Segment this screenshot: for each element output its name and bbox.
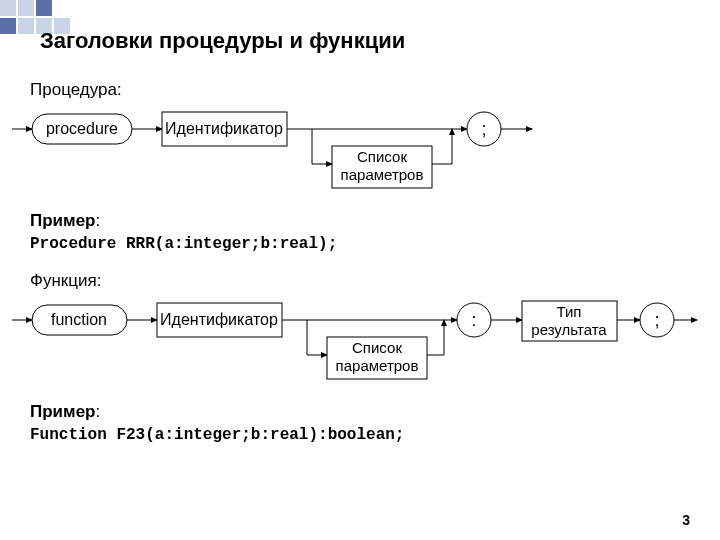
text-params-l1: Список <box>357 148 407 165</box>
function-label: Функция: <box>30 271 690 291</box>
text-semicolon-f: ; <box>654 310 659 330</box>
text-procedure-keyword: procedure <box>46 120 118 137</box>
text-identifier: Идентификатор <box>165 120 283 137</box>
text-colon: : <box>471 310 476 330</box>
text-params-f-l2: параметров <box>336 357 419 374</box>
text-params-l2: параметров <box>341 166 424 183</box>
function-diagram: function Идентификатор Список параметров… <box>12 295 690 394</box>
slide-content: Процедура: procedure Идентификатор <box>30 74 690 458</box>
text-semicolon: ; <box>481 119 486 139</box>
text-params-f-l1: Список <box>352 339 402 356</box>
text-function-keyword: function <box>51 311 107 328</box>
text-result-l2: результата <box>531 321 607 338</box>
procedure-example-label: Пример: <box>30 211 690 231</box>
procedure-example-code: Procedure RRR(a:integer;b:real); <box>30 235 690 253</box>
page-title: Заголовки процедуры и функции <box>40 28 405 54</box>
procedure-diagram: procedure Идентификатор Список параметро… <box>12 104 690 203</box>
text-result-l1: Тип <box>556 303 581 320</box>
page-number: 3 <box>682 512 690 528</box>
function-example-label: Пример: <box>30 402 690 422</box>
function-example-code: Function F23(a:integer;b:real):boolean; <box>30 426 690 444</box>
text-identifier-f: Идентификатор <box>160 311 278 328</box>
procedure-label: Процедура: <box>30 80 690 100</box>
